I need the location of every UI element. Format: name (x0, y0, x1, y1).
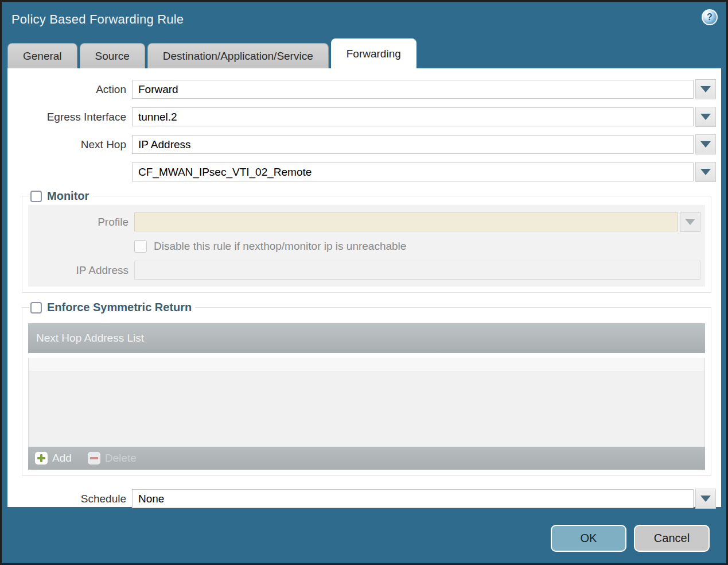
monitor-ip-address-label: IP Address (28, 264, 129, 277)
add-button-label: Add (52, 452, 72, 465)
dialog-title: Policy Based Forwarding Rule (11, 12, 726, 27)
egress-interface-row: Egress Interface tunnel.2 (13, 107, 716, 127)
empty-row (29, 358, 704, 371)
enforce-symmetric-return-checkbox[interactable] (30, 302, 42, 314)
egress-interface-field[interactable]: tunnel.2 (132, 107, 694, 126)
help-glyph: ? (707, 13, 713, 22)
enforce-symmetric-return-section: Enforce Symmetric Return Next Hop Addres… (22, 301, 711, 476)
chevron-down-icon (700, 496, 711, 502)
tab-general[interactable]: General (7, 43, 77, 68)
egress-interface-dropdown-button[interactable] (695, 107, 716, 127)
monitor-checkbox[interactable] (30, 191, 42, 202)
monitor-section: Monitor Profile Disable this rule if nex… (22, 189, 711, 293)
forwarding-tab-panel: Action Forward Egress Interface tunnel.2… (7, 68, 721, 507)
next-hop-address-list-table: Next Hop Address List Add Delete (28, 323, 705, 470)
profile-dropdown-button (680, 212, 700, 232)
schedule-field[interactable]: None (132, 489, 694, 508)
disable-rule-label: Disable this rule if nexthop/monitor ip … (154, 240, 406, 253)
delete-button: Delete (88, 452, 137, 465)
dialog-titlebar: Policy Based Forwarding Rule ? (2, 2, 726, 40)
monitor-panel: Profile Disable this rule if nexthop/mon… (28, 205, 705, 287)
plus-icon (35, 452, 48, 465)
table-toolbar: Add Delete (28, 447, 705, 470)
chevron-down-icon (700, 86, 711, 92)
chevron-down-icon (700, 169, 711, 175)
next-hop-row: Next Hop IP Address (13, 134, 716, 154)
action-label: Action (13, 83, 126, 96)
delete-button-label: Delete (105, 452, 137, 465)
disable-rule-row: Disable this rule if nexthop/monitor ip … (134, 240, 700, 253)
tab-destination-application-service[interactable]: Destination/Application/Service (147, 43, 329, 68)
schedule-dropdown-button[interactable] (695, 489, 716, 509)
dialog-footer: OK Cancel (2, 507, 726, 552)
next-hop-address-field[interactable]: CF_MWAN_IPsec_VTI_02_Remote (132, 162, 694, 181)
next-hop-address-row: CF_MWAN_IPsec_VTI_02_Remote (13, 162, 716, 182)
disable-rule-checkbox (134, 240, 147, 253)
next-hop-address-list-header: Next Hop Address List (36, 332, 144, 345)
enforce-symmetric-return-label: Enforce Symmetric Return (47, 301, 192, 314)
action-field[interactable]: Forward (132, 80, 694, 99)
help-icon[interactable]: ? (702, 9, 718, 25)
next-hop-address-dropdown-button[interactable] (695, 162, 716, 182)
action-row: Action Forward (13, 79, 716, 99)
next-hop-label: Next Hop (13, 138, 126, 151)
cancel-button[interactable]: Cancel (634, 525, 710, 552)
egress-interface-label: Egress Interface (13, 111, 126, 123)
add-button[interactable]: Add (35, 452, 72, 465)
next-hop-type-field[interactable]: IP Address (132, 135, 694, 154)
schedule-label: Schedule (13, 493, 126, 505)
action-dropdown-button[interactable] (695, 79, 716, 99)
table-body[interactable] (28, 358, 705, 447)
table-header: Next Hop Address List (28, 323, 705, 353)
profile-row: Profile (28, 212, 700, 232)
chevron-down-icon (700, 114, 711, 120)
tab-bar: General Source Destination/Application/S… (7, 40, 726, 68)
profile-label: Profile (28, 216, 129, 229)
chevron-down-icon (700, 141, 711, 148)
tab-source[interactable]: Source (80, 43, 145, 68)
monitor-ip-address-row: IP Address (28, 261, 700, 280)
ok-button[interactable]: OK (551, 525, 626, 552)
monitor-section-label: Monitor (47, 189, 89, 203)
tab-forwarding[interactable]: Forwarding (331, 38, 416, 68)
monitor-ip-address-field (134, 261, 700, 280)
schedule-row: Schedule None (13, 489, 716, 509)
profile-field (134, 212, 678, 231)
chevron-down-icon (685, 219, 695, 225)
minus-icon (88, 452, 100, 465)
next-hop-dropdown-button[interactable] (695, 134, 716, 154)
